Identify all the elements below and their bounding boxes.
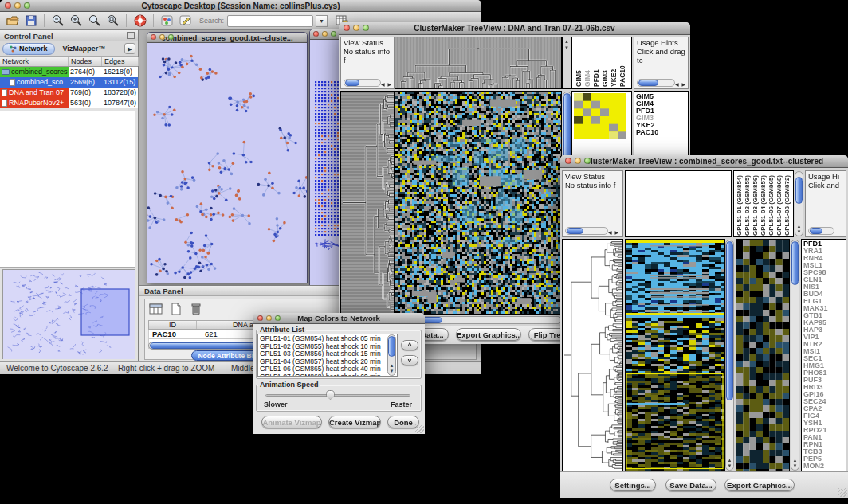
frame-zoom-button[interactable] — [168, 34, 174, 40]
zoom-selected-icon[interactable] — [105, 14, 120, 28]
move-up-button[interactable]: ^ — [401, 340, 418, 350]
tv1-heatmap[interactable] — [395, 91, 562, 315]
tv1-column-labels[interactable]: GIM5GIM4PFD1GIM3YKE2PAC10 — [571, 37, 632, 89]
move-down-button[interactable]: v — [401, 355, 418, 365]
tv2-column-label[interactable]: GPL51-02 (GSM855) — [744, 172, 752, 236]
tv1-minimize-button[interactable] — [353, 25, 359, 31]
new-attribute-icon[interactable] — [168, 302, 184, 316]
help-icon[interactable] — [132, 14, 147, 28]
network-table-header[interactable]: Network Nodes Edges — [0, 57, 138, 67]
tv1-column-label[interactable]: YKE2 — [610, 39, 618, 87]
tab-network[interactable]: Network — [2, 43, 55, 55]
tv1-hints-scrollbar[interactable]: ◀ ▶ — [637, 79, 675, 87]
zoom-in-icon[interactable] — [69, 14, 84, 28]
animate-vizmap-button[interactable]: Animate Vizmap — [261, 416, 322, 428]
tv1-column-dendrogram[interactable] — [395, 37, 562, 89]
tab-vizmapper[interactable]: VizMapper™ — [57, 43, 112, 55]
frame2-minimize-button[interactable] — [322, 31, 328, 37]
tv2-gene-labels[interactable]: PFD1YRA1RNR4MSL1SPC98CLN1NIS1BUD4ELG1MAK… — [801, 239, 846, 471]
tv1-row-dendrogram[interactable] — [340, 91, 395, 315]
search-input[interactable] — [227, 15, 313, 27]
tv1-column-label[interactable]: PFD1 — [592, 39, 601, 87]
save-session-icon[interactable] — [23, 14, 38, 28]
tab-overflow-button[interactable]: ▶ — [124, 43, 135, 54]
zoom-out-icon[interactable] — [50, 14, 65, 28]
tv2-save-data-button[interactable]: Save Data... — [665, 479, 716, 491]
network-name: DNA and Tran 07 — [9, 88, 64, 98]
select-attributes-icon[interactable] — [148, 302, 164, 316]
tv2-resize-grip[interactable] — [838, 488, 847, 497]
tv2-column-tree-area[interactable] — [625, 170, 732, 237]
annotation-icon[interactable] — [178, 14, 193, 28]
dialog-minimize-button[interactable] — [266, 315, 272, 321]
tv2-status-scrollbar[interactable]: ◀ ▶ — [565, 227, 608, 235]
attribute-list[interactable]: GPL51-01 (GSM854) heat shock 05 minGPL51… — [257, 334, 398, 377]
done-button[interactable]: Done — [387, 416, 419, 428]
tv2-close-button[interactable] — [565, 158, 571, 164]
float-panel-icon[interactable] — [127, 32, 135, 39]
tv1-export-graphics-button[interactable]: Export Graphics... — [456, 328, 521, 341]
tv2-settings-button[interactable]: Settings... — [610, 479, 656, 491]
tv2-minimize-button[interactable] — [575, 158, 581, 164]
close-button[interactable] — [5, 2, 11, 9]
tv2-column-label[interactable]: GPL51-06 (GSM865) — [768, 172, 775, 236]
tv1-close-button[interactable] — [344, 25, 350, 31]
attribute-row-id: PAC10 — [149, 330, 197, 339]
minimize-button[interactable] — [14, 2, 21, 9]
tv2-column-label[interactable]: GPL51-03 (GSM856) — [752, 172, 760, 236]
network-table-row[interactable]: RNAPuberNov2+ 563(0) 107847(0) — [0, 98, 138, 108]
network-overview-panel[interactable] — [2, 269, 135, 359]
tv2-genelist-scrollbar[interactable]: ▲▼ — [791, 240, 799, 471]
network-table-row[interactable]: combined_scores 2764(0) 16218(0) — [0, 67, 138, 77]
create-vizmap-button[interactable]: Create Vizmap — [328, 416, 381, 428]
tv2-export-graphics-button[interactable]: Export Graphics... — [724, 479, 795, 491]
network-table-row[interactable]: combined_sco 2569(6) 13112(15) — [0, 77, 138, 88]
tv2-column-label[interactable]: GPL51-01 (GSM854) — [736, 172, 744, 236]
open-session-icon[interactable] — [5, 14, 20, 28]
tv2-column-label[interactable]: GPL51-07 (GSM868) — [775, 172, 783, 236]
tv1-column-label[interactable]: GIM4 — [583, 39, 592, 87]
tv1-column-label[interactable]: PAC10 — [618, 39, 627, 87]
frame2-zoom-button[interactable] — [331, 31, 336, 37]
attribute-list-scrollbar[interactable]: ▲▼ — [387, 334, 396, 376]
zoom-button[interactable] — [24, 2, 30, 9]
tv2-column-label[interactable]: GPL51-08 (GSM872) — [783, 172, 791, 236]
tv2-row-dendrogram[interactable] — [562, 239, 623, 471]
tv1-row-label[interactable]: PAC10 — [636, 129, 686, 136]
vizmapper-icon[interactable] — [159, 14, 175, 28]
dialog-resize-grip[interactable] — [415, 424, 424, 433]
main-window-titlebar[interactable]: Cytoscape Desktop (Session Name: collins… — [0, 0, 481, 12]
data-panel-title: Data Panel — [144, 287, 183, 295]
tv2-hints-scrollbar[interactable] — [808, 227, 834, 235]
animation-speed-slider[interactable] — [265, 394, 410, 397]
tv2-heatmap[interactable] — [625, 239, 725, 471]
network-table-row[interactable]: DNA and Tran 07 769(0) 183728(0) — [0, 88, 138, 98]
search-dropdown-button[interactable]: ▼ — [316, 15, 328, 27]
dialog-zoom-button[interactable] — [275, 315, 281, 321]
tv2-column-label[interactable]: GPL51-04 (GSM857) — [760, 172, 768, 236]
tv2-collabel-scrollbar[interactable]: ▲▼ — [795, 171, 803, 236]
treeview-combined-titlebar[interactable]: ClusterMaker TreeView : combined_scores_… — [560, 155, 848, 168]
tv1-zoom-heatmap[interactable] — [574, 93, 626, 139]
tv1-zoom-button[interactable] — [363, 25, 369, 31]
network-view-frame[interactable]: combined_scores_good.txt--cluste... — [147, 32, 308, 283]
tv2-zoom-heatmap[interactable] — [736, 239, 790, 471]
network-view-canvas[interactable] — [147, 43, 307, 283]
tv2-zoom-button[interactable] — [584, 158, 591, 164]
attribute-list-item[interactable]: GPL51-07 (GSM868) heat shock 60 min — [260, 373, 395, 377]
network-overview-canvas[interactable] — [3, 270, 135, 359]
tv1-column-label[interactable]: GIM3 — [601, 39, 610, 87]
frame-close-button[interactable] — [151, 34, 156, 40]
frame-minimize-button[interactable] — [159, 34, 165, 40]
frame2-close-button[interactable] — [313, 31, 319, 37]
network-nodes-count: 769(0) — [69, 88, 102, 98]
zoom-fit-icon[interactable] — [87, 14, 102, 28]
treeview-dna-titlebar[interactable]: ClusterMaker TreeView : DNA and Tran 07-… — [339, 22, 690, 35]
tv2-heatmap-vscrollbar[interactable]: ▲▼ — [725, 240, 734, 471]
tv1-column-label[interactable]: GIM5 — [575, 39, 583, 87]
dialog-close-button[interactable] — [257, 315, 263, 321]
tv2-column-labels[interactable]: GPL51-01 (GSM854)GPL51-02 (GSM855)GPL51-… — [733, 170, 794, 237]
tv1-status-scrollbar[interactable]: ◀ ▶ — [344, 79, 381, 87]
delete-attribute-icon[interactable] — [188, 302, 204, 316]
tv2-gene-label[interactable]: MON2 — [803, 463, 844, 470]
